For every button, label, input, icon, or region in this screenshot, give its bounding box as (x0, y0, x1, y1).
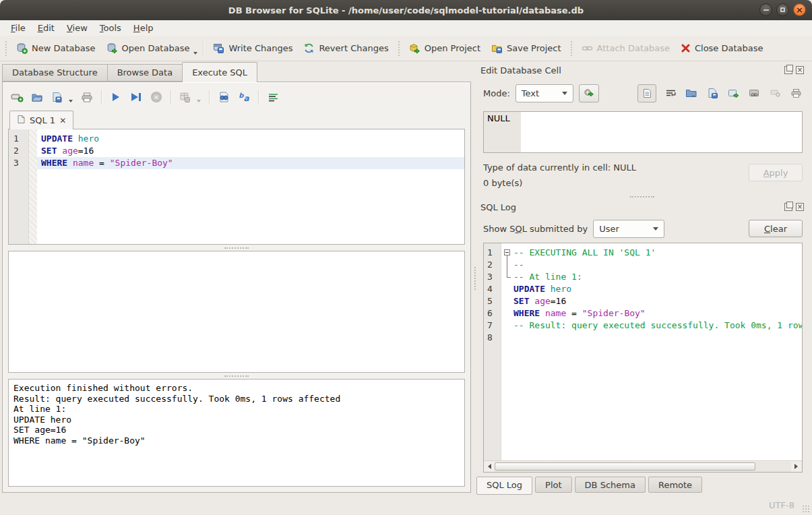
save-project-icon (491, 42, 503, 54)
toolbar-drag-handle[interactable] (571, 41, 572, 56)
close-database-label: Close Database (695, 43, 763, 53)
scrollbar-thumb[interactable] (495, 462, 755, 471)
execute-sql-page: ✕ ba SQL 1 ✕ (2, 82, 471, 493)
fold-marker-icon[interactable] (501, 247, 513, 259)
word-wrap-icon[interactable] (664, 86, 677, 100)
resize-grip[interactable] (802, 505, 810, 513)
mode-select[interactable]: Text (516, 84, 573, 102)
cell-value: NULL (484, 112, 521, 152)
message-line: WHERE name = "Spider-Boy" (13, 435, 460, 446)
new-database-button[interactable]: New Database (11, 40, 101, 57)
horizontal-scrollbar[interactable] (484, 460, 802, 472)
log-code[interactable]: -- EXECUTING ALL IN 'SQL 1' -- -- At lin… (513, 243, 802, 460)
sql-log-panel-header: SQL Log × (476, 200, 808, 214)
scrollbar-track[interactable] (495, 462, 791, 472)
apply-button: Apply (749, 164, 803, 181)
sql-toolbar: ✕ ba (8, 85, 465, 109)
clear-log-button[interactable]: Clear (749, 220, 803, 237)
save-sql-file-icon[interactable] (50, 90, 65, 104)
mode-label: Mode: (483, 88, 510, 98)
text-mode-icon[interactable] (637, 84, 656, 102)
import-cell-data-icon[interactable] (685, 86, 698, 100)
export-cell-data-icon[interactable] (706, 86, 719, 100)
tab-database-structure[interactable]: Database Structure (2, 64, 107, 82)
close-database-button[interactable]: Close Database (675, 40, 769, 56)
sql-code[interactable]: UPDATE hero SET age=16 WHERE name = "Spi… (37, 129, 464, 244)
float-panel-icon[interactable] (784, 66, 792, 74)
link-data-icon[interactable] (747, 86, 761, 100)
line-number-gutter: 1 2 3 (9, 129, 29, 244)
close-button[interactable]: × (793, 3, 806, 16)
menu-view[interactable]: View (61, 22, 94, 34)
log-line: -- (513, 259, 802, 271)
scroll-right-icon[interactable] (791, 462, 801, 472)
close-tab-icon[interactable]: ✕ (59, 116, 66, 125)
menu-help[interactable]: Help (127, 22, 160, 34)
window-controls: × (759, 3, 806, 16)
open-database-button[interactable]: Open Database (101, 40, 195, 57)
revert-changes-button[interactable]: Revert Changes (298, 40, 394, 57)
maximize-icon (780, 7, 785, 12)
sql-1-tab[interactable]: SQL 1 ✕ (9, 111, 73, 129)
format-sql-icon[interactable]: ba (237, 90, 251, 104)
cell-value-editor[interactable]: NULL (483, 111, 803, 153)
tab-db-schema[interactable]: DB Schema (575, 477, 646, 493)
sql-log-title: SQL Log (480, 202, 784, 212)
revert-changes-icon (303, 42, 315, 54)
menu-tools[interactable]: Tools (94, 22, 127, 34)
float-panel-icon[interactable] (784, 203, 792, 211)
splitter-handle[interactable] (476, 193, 808, 200)
tab-plot[interactable]: Plot (535, 477, 572, 493)
open-database-dropdown-icon[interactable] (193, 52, 197, 55)
save-project-button[interactable]: Save Project (486, 40, 567, 57)
open-sql-tab-icon[interactable] (9, 90, 24, 104)
splitter-handle[interactable] (8, 373, 465, 379)
execute-all-icon[interactable] (108, 90, 123, 104)
execute-current-line-icon[interactable] (129, 90, 144, 104)
message-line: At line 1: (13, 404, 460, 415)
scroll-left-icon[interactable] (485, 462, 495, 472)
toolbar-separator (170, 90, 171, 104)
menu-edit[interactable]: Edit (32, 22, 61, 34)
sql-log-view[interactable]: 1 2 3 4 5 6 7 8 -- EX (483, 243, 803, 473)
mode-value: Text (522, 88, 539, 98)
results-grid[interactable] (8, 251, 465, 373)
open-in-app-icon[interactable] (726, 86, 740, 100)
tab-remote[interactable]: Remote (648, 477, 702, 493)
execution-message[interactable]: Execution finished without errors. Resul… (8, 379, 465, 487)
gear-arrow-icon (583, 87, 594, 100)
toolbar-drag-handle[interactable] (398, 41, 400, 56)
minimize-button[interactable] (759, 3, 772, 16)
tab-execute-sql[interactable]: Execute SQL (182, 62, 257, 82)
maximize-button[interactable] (776, 3, 789, 16)
apply-mode-button[interactable] (579, 84, 599, 102)
open-project-button[interactable]: Open Project (404, 40, 486, 57)
cell-size-info: 0 byte(s) (483, 178, 636, 188)
write-changes-button[interactable]: Write Changes (208, 40, 298, 57)
open-sql-file-icon[interactable] (30, 90, 44, 104)
edit-cell-title: Edit Database Cell (480, 65, 784, 75)
tab-sql-log[interactable]: SQL Log (476, 477, 532, 495)
close-panel-icon[interactable]: × (796, 66, 804, 74)
word-wrap-icon[interactable] (266, 90, 280, 104)
toolbar-drag-handle[interactable] (5, 41, 7, 56)
tab-browse-data[interactable]: Browse Data (107, 64, 183, 82)
app-window: DB Browser for SQLite - /home/user/code/… (0, 0, 812, 515)
print-cell-icon[interactable] (789, 86, 803, 100)
find-replace-icon[interactable] (216, 90, 231, 104)
save-sql-dropdown-icon[interactable] (69, 100, 73, 102)
toolbar-separator (203, 41, 204, 56)
sql-editor[interactable]: 1 2 3 UPDATE hero SET age=16 WHERE name … (8, 129, 465, 245)
cell-edit-area[interactable] (521, 112, 802, 152)
right-pane: Edit Database Cell × Mode: Text (476, 61, 812, 495)
toolbar-separator (258, 90, 259, 104)
log-line: -- EXECUTING ALL IN 'SQL 1' (513, 247, 802, 259)
code-line: SET age=16 (37, 145, 464, 157)
print-icon[interactable] (80, 90, 94, 104)
save-project-label: Save Project (507, 43, 561, 53)
close-panel-icon[interactable]: × (796, 203, 804, 211)
menu-file[interactable]: File (5, 22, 32, 34)
splitter-handle[interactable] (8, 245, 465, 251)
attach-database-icon (582, 42, 593, 54)
log-filter-select[interactable]: User (593, 220, 664, 238)
